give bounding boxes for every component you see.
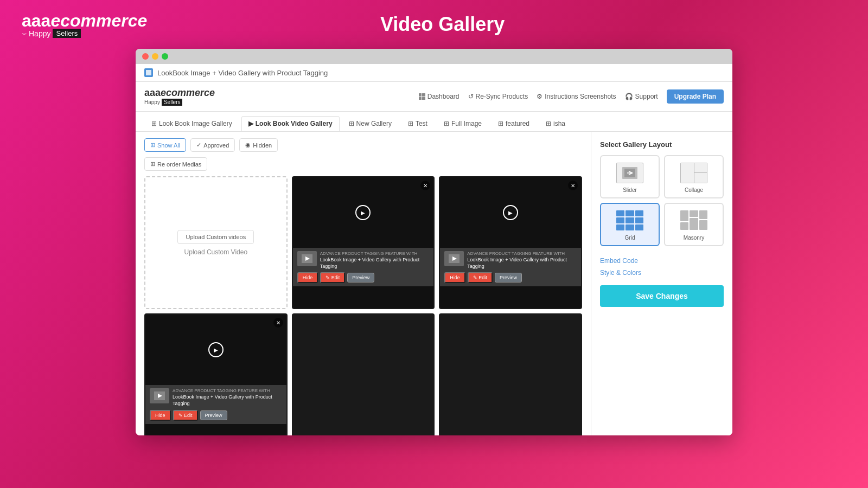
close-dot[interactable]: [142, 53, 149, 60]
tab-new-gallery-icon: ⊞: [349, 120, 354, 127]
layout-option-collage[interactable]: Collage: [664, 155, 724, 198]
grid-label: Grid: [625, 235, 635, 241]
layout-option-grid[interactable]: Grid: [600, 203, 660, 246]
masonry-cell-3: [690, 210, 698, 217]
layout-option-slider[interactable]: Slider: [600, 155, 660, 198]
video-card-3: ✕ ▶ ADVANCE PRODUCT TAGGING FEATURE WITH: [144, 313, 288, 435]
video-subtitle-3: LookBook Image + Video Gallery with Prod…: [173, 394, 282, 407]
upload-label: Upload Custom Video: [184, 248, 248, 256]
video-info-row-1: ADVANCE PRODUCT TAGGING FEATURE WITH Loo…: [297, 251, 430, 269]
grid-cell-4: [616, 217, 624, 223]
masonry-col-1: [680, 210, 688, 231]
resync-label: Re-Sync Products: [476, 93, 528, 100]
grid-cell-8: [626, 224, 634, 230]
tab-full-image[interactable]: ⊞ Full Image: [437, 116, 489, 131]
masonry-cell-5: [699, 210, 707, 219]
brand-sellers: Sellers: [162, 99, 183, 106]
embed-code-link[interactable]: Embed Code: [600, 255, 724, 267]
video-actions-1: Hide ✎ Edit Preview: [297, 272, 430, 283]
brand-sub: Happy Sellers: [144, 99, 215, 106]
slider-layout-preview: [614, 160, 646, 185]
upload-custom-videos-button[interactable]: Upload Custom videos: [177, 230, 254, 244]
video-card-1: ✕ ▶ ADVANCE PRODUCT TAGGING FEATURE WITH: [292, 176, 435, 309]
hidden-button[interactable]: ◉ Hidden: [239, 138, 278, 152]
top-logo: aaaecommerce ⌣ Happy Sellers: [22, 11, 147, 38]
edit-icon-3: ✎: [178, 413, 183, 418]
maximize-dot[interactable]: [162, 53, 168, 60]
instructions-label: Instructions Screenshots: [545, 93, 616, 100]
video-info-1: ADVANCE PRODUCT TAGGING FEATURE WITH Loo…: [293, 248, 434, 286]
hide-video-1-button[interactable]: Hide: [297, 272, 318, 283]
close-video-2-button[interactable]: ✕: [568, 181, 578, 190]
video-subtitle-2: LookBook Image + Video Gallery with Prod…: [467, 257, 577, 269]
plugin-icon: [144, 68, 153, 77]
masonry-icon: [680, 210, 707, 231]
grid-cell-2: [626, 210, 634, 216]
tab-lookbook-video-icon: ▶: [248, 120, 253, 127]
plugin-header: LookBook Image + Video Gallery with Prod…: [136, 64, 732, 82]
preview-video-2-button[interactable]: Preview: [495, 273, 522, 282]
tab-new-gallery[interactable]: ⊞ New Gallery: [342, 116, 399, 131]
close-video-3-button[interactable]: ✕: [273, 318, 283, 328]
upload-card[interactable]: Upload Custom videos Upload Custom Video: [144, 176, 288, 309]
brand-name: aaaecommerce: [144, 87, 215, 99]
masonry-label: Masonry: [684, 235, 704, 241]
hidden-icon: ◉: [245, 142, 251, 149]
main-panel: ⊞ Show All ✓ Approved ◉ Hidden ⊞: [136, 132, 591, 435]
save-changes-button[interactable]: Save Changes: [600, 285, 724, 307]
upgrade-button[interactable]: Upgrade Plan: [667, 89, 724, 104]
nav-actions: Dashboard ↺ Re-Sync Products ⚙ Instructi…: [419, 89, 724, 104]
tab-featured[interactable]: ⊞ featured: [491, 116, 537, 131]
instructions-nav[interactable]: ⚙ Instructions Screenshots: [537, 93, 616, 100]
masonry-col-3: [699, 210, 707, 231]
masonry-layout-preview: [678, 208, 710, 233]
minimize-dot[interactable]: [152, 53, 158, 60]
hide-video-3-button[interactable]: Hide: [150, 410, 171, 421]
resync-nav[interactable]: ↺ Re-Sync Products: [468, 93, 528, 100]
masonry-cell-2: [680, 222, 688, 230]
collage-cell-2: [694, 173, 707, 183]
tab-lookbook-video[interactable]: ▶ Look Book Video Gallery: [241, 116, 340, 131]
hide-video-2-button[interactable]: Hide: [444, 272, 465, 283]
support-nav[interactable]: 🎧 Support: [625, 93, 658, 100]
video-mini-thumb-2: [444, 251, 464, 266]
reorder-button[interactable]: ⊞ Re order Medias: [144, 157, 207, 171]
layout-option-masonry[interactable]: Masonry: [664, 203, 724, 246]
page-title: Video Gallery: [147, 13, 738, 36]
empty-cell-2: [439, 313, 582, 435]
style-colors-link[interactable]: Style & Colors: [600, 267, 724, 279]
edit-video-2-button[interactable]: ✎ Edit: [468, 272, 493, 283]
approved-icon: ✓: [196, 142, 201, 149]
brand-happy: Happy: [144, 99, 160, 105]
play-icon-1[interactable]: ▶: [355, 205, 371, 220]
play-icon-2[interactable]: ▶: [503, 205, 518, 220]
masonry-cell-6: [699, 220, 707, 230]
app-window: LookBook Image + Video Gallery with Prod…: [136, 49, 732, 435]
svg-rect-0: [146, 70, 151, 75]
edit-video-1-button[interactable]: ✎ Edit: [320, 272, 345, 283]
tab-test[interactable]: ⊞ Test: [401, 116, 435, 131]
video-subtitle-1: LookBook Image + Video Gallery with Prod…: [320, 257, 430, 269]
preview-video-1-button[interactable]: Preview: [347, 273, 374, 282]
preview-video-3-button[interactable]: Preview: [200, 410, 227, 420]
layout-grid: Slider Collage: [600, 155, 724, 246]
top-brand-name: aaaecommerce: [22, 11, 147, 31]
collage-icon: [680, 163, 707, 183]
window-titlebar: [136, 49, 732, 64]
video-info-row-2: ADVANCE PRODUCT TAGGING FEATURE WITH Loo…: [444, 251, 577, 269]
tab-isha[interactable]: ⊞ isha: [539, 116, 572, 131]
video-text-1: ADVANCE PRODUCT TAGGING FEATURE WITH Loo…: [320, 251, 430, 269]
approved-button[interactable]: ✓ Approved: [190, 138, 235, 152]
grid-icon: [616, 210, 643, 231]
play-icon-3[interactable]: ▶: [208, 342, 224, 357]
video-info-row-3: ADVANCE PRODUCT TAGGING FEATURE WITH Loo…: [150, 388, 282, 407]
tab-lookbook-image[interactable]: ⊞ Look Book Image Gallery: [144, 116, 239, 131]
edit-video-3-button[interactable]: ✎ Edit: [173, 410, 198, 421]
dashboard-nav[interactable]: Dashboard: [419, 93, 459, 100]
video-info-3: ADVANCE PRODUCT TAGGING FEATURE WITH Loo…: [145, 385, 286, 423]
slider-icon-inner: [622, 167, 637, 179]
show-all-button[interactable]: ⊞ Show All: [144, 138, 186, 152]
filter-bar: ⊞ Show All ✓ Approved ◉ Hidden: [144, 138, 582, 152]
video-bottom-bar-2: [440, 286, 581, 308]
video-thumbnail-3: ▶: [145, 314, 286, 385]
